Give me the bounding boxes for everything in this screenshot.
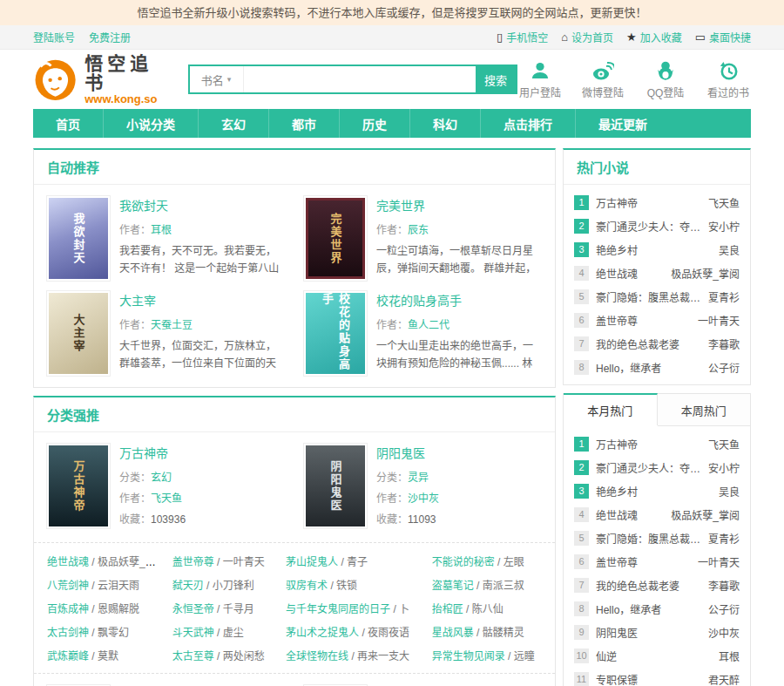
book-link[interactable]: 盖世帝尊 / 一叶青天: [172, 554, 279, 568]
list-item[interactable]: 2豪门通灵少夫人：夺吻99安小柠: [574, 214, 740, 238]
add-favorite-link[interactable]: ★ 加入收藏: [626, 30, 682, 44]
book-link[interactable]: 永恒圣帝 / 千寻月: [172, 601, 279, 615]
search-button[interactable]: 搜索: [476, 66, 516, 92]
tab-weekly-hot[interactable]: 本周热门: [658, 394, 751, 426]
nav-history[interactable]: 历史: [339, 109, 409, 138]
list-item[interactable]: 1万古神帝飞天鱼: [574, 432, 740, 456]
list-item[interactable]: 5豪门隐婚：腹黑总裁专宠妻夏青衫: [574, 526, 740, 550]
link-book[interactable]: 武炼巅峰: [47, 650, 89, 662]
link-book[interactable]: 全球怪物在线: [286, 650, 348, 662]
link-book[interactable]: 太古剑神: [47, 627, 89, 639]
link-book[interactable]: 茅山捉鬼人: [286, 556, 338, 568]
list-item[interactable]: 10仙逆耳根: [574, 644, 740, 668]
user-login-button[interactable]: 用户登陆: [517, 59, 563, 99]
read-history-button[interactable]: 看过的书: [706, 59, 751, 99]
book-title[interactable]: 万古神帝: [596, 195, 701, 210]
book-link[interactable]: 驭房有术 / 铁锁: [286, 577, 425, 592]
link-book[interactable]: 永恒圣帝: [172, 603, 214, 615]
book-cover[interactable]: 完美世界: [303, 195, 368, 282]
book-link[interactable]: 武炼巅峰 / 莫默: [47, 648, 166, 662]
book-title[interactable]: Hello，继承者: [596, 601, 701, 616]
book-title[interactable]: 豪门通灵少夫人：夺吻99次: [596, 460, 701, 475]
list-item[interactable]: 7我的绝色总裁老婆李暮歌: [574, 332, 740, 356]
desktop-shortcut-link[interactable]: ▭ 桌面快捷: [695, 30, 751, 44]
book-title[interactable]: 盖世帝尊: [596, 313, 691, 328]
book-link[interactable]: 八荒剑神 / 云泪天雨: [47, 577, 166, 592]
book-author[interactable]: 沙中灰: [408, 492, 439, 505]
book-title[interactable]: 校花的贴身高手: [376, 291, 543, 309]
book-title[interactable]: 专职保镖: [596, 672, 701, 686]
book-title[interactable]: 阴阳鬼医: [596, 625, 701, 640]
register-link[interactable]: 免费注册: [89, 30, 131, 44]
nav-fantasy[interactable]: 玄幻: [198, 109, 268, 138]
book-link[interactable]: 斗天武神 / 虚尘: [172, 624, 279, 639]
qq-login-button[interactable]: QQ登陆: [643, 59, 688, 99]
book-cover[interactable]: 我欲封天: [46, 195, 111, 282]
book-link[interactable]: 不能说的秘密 / 左眼: [432, 554, 542, 568]
login-link[interactable]: 登陆账号: [33, 30, 75, 44]
book-title[interactable]: 我的绝色总裁老婆: [596, 578, 701, 593]
list-item[interactable]: 11专职保镖君天醉: [574, 668, 740, 686]
book-link[interactable]: 与千年女鬼同居的日子 / 卜: [286, 601, 425, 615]
link-book[interactable]: 星战风暴: [432, 627, 474, 639]
book-link[interactable]: 太古至尊 / 两处闲愁: [172, 648, 279, 662]
book-title[interactable]: 仙逆: [596, 649, 712, 663]
set-homepage-link[interactable]: ⌂ 设为首页: [561, 30, 613, 44]
book-link[interactable]: 异常生物见闻录 / 远瞳: [432, 648, 542, 662]
book-link[interactable]: 星战风暴 / 骷髅精灵: [432, 624, 542, 639]
book-title[interactable]: 豪门通灵少夫人：夺吻99: [596, 219, 701, 234]
book-link[interactable]: 茅山术之捉鬼人 / 夜雨夜语: [286, 624, 425, 639]
nav-urban[interactable]: 都市: [268, 109, 339, 138]
book-author[interactable]: 耳根: [151, 224, 172, 236]
book-link[interactable]: 茅山捉鬼人 / 青子: [286, 554, 425, 568]
list-item[interactable]: 9阴阳鬼医沙中灰: [574, 621, 740, 644]
book-title[interactable]: Hello，继承者: [596, 360, 701, 375]
book-category[interactable]: 玄幻: [151, 472, 172, 484]
book-title[interactable]: 绝世战魂: [596, 507, 664, 522]
list-item[interactable]: 5豪门隐婚：腹黑总裁专宠夏青衫: [574, 285, 740, 309]
book-author[interactable]: 鱼人二代: [408, 319, 449, 331]
book-link[interactable]: 百炼成神 / 恩赐解脱: [47, 601, 166, 615]
book-title[interactable]: 万古神帝: [596, 437, 701, 452]
list-item[interactable]: 3艳绝乡村吴良: [574, 479, 740, 503]
book-cover[interactable]: 万古神帝: [46, 443, 111, 529]
book-cover[interactable]: 阴阳鬼医: [303, 443, 368, 529]
book-link[interactable]: 弑天刃 / 小刀锋利: [172, 577, 279, 592]
book-link[interactable]: 抬棺匠 / 陈八仙: [432, 601, 542, 615]
search-input[interactable]: [244, 66, 476, 92]
tab-monthly-hot[interactable]: 本月热门: [564, 393, 658, 425]
book-title[interactable]: 万古神帝: [119, 444, 286, 461]
list-item[interactable]: 8Hello，继承者公子衍: [574, 597, 740, 621]
book-category[interactable]: 灵异: [408, 472, 429, 484]
link-book[interactable]: 驭房有术: [286, 580, 328, 592]
list-item[interactable]: 2豪门通灵少夫人：夺吻99次安小柠: [574, 456, 740, 479]
book-title[interactable]: 绝世战魂: [596, 266, 664, 281]
link-book[interactable]: 绝世战魂: [47, 556, 89, 568]
book-title[interactable]: 豪门隐婚：腹黑总裁专宠: [596, 289, 701, 304]
book-title[interactable]: 艳绝乡村: [596, 242, 712, 257]
link-book[interactable]: 与千年女鬼同居的日子: [286, 603, 390, 615]
link-book[interactable]: 太古至尊: [172, 650, 214, 662]
book-title[interactable]: 完美世界: [376, 196, 543, 214]
nav-categories[interactable]: 小说分类: [103, 109, 198, 138]
nav-recent-updates[interactable]: 最近更新: [575, 109, 670, 138]
book-author[interactable]: 天蚕土豆: [151, 319, 193, 331]
book-title[interactable]: 我的绝色总裁老婆: [596, 336, 701, 351]
list-item[interactable]: 1万古神帝飞天鱼: [574, 191, 740, 214]
book-cover[interactable]: 大主宰: [46, 290, 111, 377]
list-item[interactable]: 6盖世帝尊一叶青天: [574, 309, 740, 332]
book-author[interactable]: 辰东: [408, 224, 429, 236]
link-book[interactable]: 盖世帝尊: [172, 556, 214, 568]
search-category-dropdown[interactable]: 书名 ▾: [190, 66, 244, 92]
link-book[interactable]: 不能说的秘密: [432, 556, 495, 568]
book-title[interactable]: 艳绝乡村: [596, 484, 712, 499]
link-book[interactable]: 斗天武神: [172, 627, 214, 639]
link-book[interactable]: 盗墓笔记: [432, 580, 474, 592]
book-title[interactable]: 我欲封天: [119, 196, 286, 214]
link-book[interactable]: 弑天刃: [172, 580, 204, 592]
link-book[interactable]: 八荒剑神: [47, 580, 89, 592]
link-book[interactable]: 异常生物见闻录: [432, 650, 505, 662]
link-book[interactable]: 百炼成神: [47, 603, 89, 615]
mobile-site-link[interactable]: ▯ 手机悟空: [497, 30, 548, 44]
nav-click-rank[interactable]: 点击排行: [480, 109, 575, 138]
